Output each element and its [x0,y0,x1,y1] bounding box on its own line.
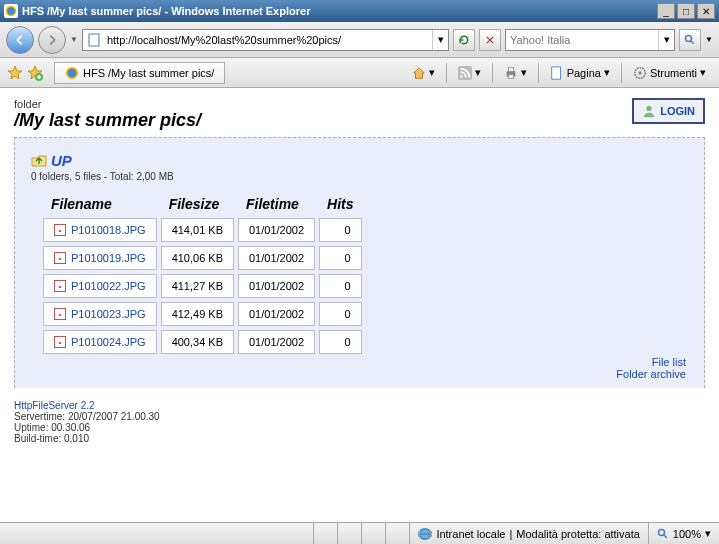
svg-rect-5 [458,66,472,80]
user-icon [642,104,656,118]
time-cell: 01/01/2002 [238,274,315,298]
url-dropdown[interactable]: ▾ [432,30,448,50]
uptime: Uptime: 00.30.06 [14,422,705,433]
add-favorite-icon[interactable] [26,64,44,82]
hits-cell: 0 [319,330,361,354]
hits-cell: 0 [319,274,361,298]
time-cell: 01/01/2002 [238,246,315,270]
close-button[interactable]: ✕ [697,3,715,19]
file-cell[interactable]: P1010019.JPG [43,246,157,270]
forward-button[interactable] [38,26,66,54]
refresh-button[interactable] [453,29,475,51]
svg-point-4 [67,67,78,78]
folder-up-icon [31,153,47,169]
size-cell: 400,34 KB [161,330,234,354]
folder-archive-link[interactable]: Folder archive [616,368,686,380]
svg-point-2 [686,35,692,41]
maximize-button[interactable]: □ [677,3,695,19]
col-filename[interactable]: Filename [43,194,157,214]
file-cell[interactable]: P1010023.JPG [43,302,157,326]
security-zone: Intranet locale | Modalità protetta: att… [409,523,647,544]
file-table: Filename Filesize Filetime Hits P1010018… [39,190,366,358]
status-slot-1 [313,523,337,544]
search-bar[interactable]: ▾ [505,29,675,51]
table-row: P1010024.JPG400,34 KB01/01/20020 [43,330,362,354]
svg-point-15 [658,529,664,535]
size-cell: 412,49 KB [161,302,234,326]
folder-label: folder [14,98,705,110]
file-icon [54,224,66,236]
dropdown-icon[interactable]: ▼ [70,35,78,44]
status-empty [0,523,313,544]
status-slot-2 [337,523,361,544]
status-slot-3 [361,523,385,544]
file-listing-box: UP 0 folders, 5 files - Total: 2,00 MB F… [14,137,705,388]
globe-icon [418,527,432,541]
build-time: Build-time: 0,010 [14,433,705,444]
folder-stats: 0 folders, 5 files - Total: 2,00 MB [31,171,688,182]
file-cell[interactable]: P1010024.JPG [43,330,157,354]
svg-point-6 [460,75,463,78]
server-link[interactable]: HttpFileServer 2.2 [14,400,95,411]
login-button[interactable]: LOGIN [632,98,705,124]
search-input[interactable] [506,34,658,46]
svg-point-13 [647,106,652,111]
zoom-control[interactable]: 100% ▾ [648,523,719,544]
status-bar: Intranet locale | Modalità protetta: att… [0,522,719,544]
search-dropdown[interactable]: ▾ [658,30,674,50]
hits-cell: 0 [319,246,361,270]
favorites-star-icon[interactable] [6,64,24,82]
file-icon [54,280,66,292]
page-menu[interactable]: Pagina ▾ [543,62,617,84]
search-button[interactable] [679,29,701,51]
table-row: P1010018.JPG414,01 KB01/01/20020 [43,218,362,242]
favorites-bar: HFS /My last summer pics/ ▾ ▾ ▾ Pagina ▾… [0,58,719,88]
url-input[interactable] [107,34,432,46]
svg-point-12 [638,71,642,75]
minimize-button[interactable]: _ [657,3,675,19]
file-list-link[interactable]: File list [616,356,686,368]
print-button[interactable]: ▾ [497,62,534,84]
address-bar[interactable]: ▾ [82,29,449,51]
file-cell[interactable]: P1010018.JPG [43,218,157,242]
time-cell: 01/01/2002 [238,218,315,242]
file-cell[interactable]: P1010022.JPG [43,274,157,298]
hits-cell: 0 [319,218,361,242]
svg-rect-8 [508,67,513,71]
ie-icon [4,4,18,18]
svg-rect-9 [508,74,513,78]
hits-cell: 0 [319,302,361,326]
ie-icon [65,66,79,80]
back-button[interactable] [6,26,34,54]
up-link[interactable]: UP [31,152,688,169]
feeds-button[interactable]: ▾ [451,62,488,84]
time-cell: 01/01/2002 [238,330,315,354]
window-titlebar: HFS /My last summer pics/ - Windows Inte… [0,0,719,22]
table-row: P1010023.JPG412,49 KB01/01/20020 [43,302,362,326]
home-button[interactable]: ▾ [405,62,442,84]
nav-toolbar: ▼ ▾ ▾ ▼ [0,22,719,58]
tab-label: HFS /My last summer pics/ [83,67,214,79]
col-hits[interactable]: Hits [319,194,361,214]
window-title: HFS /My last summer pics/ - Windows Inte… [22,5,657,17]
size-cell: 410,06 KB [161,246,234,270]
side-links: File list Folder archive [616,356,686,380]
size-cell: 411,27 KB [161,274,234,298]
time-cell: 01/01/2002 [238,302,315,326]
size-cell: 414,01 KB [161,218,234,242]
server-time: Servertime: 20/07/2007 21.00.30 [14,411,705,422]
file-icon [54,252,66,264]
path-title: /My last summer pics/ [14,110,705,131]
tools-menu[interactable]: Strumenti ▾ [626,62,713,84]
search-dropdown-arrow[interactable]: ▼ [705,35,713,44]
svg-point-0 [7,7,16,16]
zoom-icon [657,528,669,540]
stop-button[interactable] [479,29,501,51]
file-icon [54,336,66,348]
server-info: HttpFileServer 2.2 Servertime: 20/07/200… [14,400,705,444]
table-row: P1010022.JPG411,27 KB01/01/20020 [43,274,362,298]
col-filetime[interactable]: Filetime [238,194,315,214]
col-filesize[interactable]: Filesize [161,194,234,214]
browser-tab[interactable]: HFS /My last summer pics/ [54,62,225,84]
page-content: LOGIN folder /My last summer pics/ UP 0 … [0,88,719,508]
